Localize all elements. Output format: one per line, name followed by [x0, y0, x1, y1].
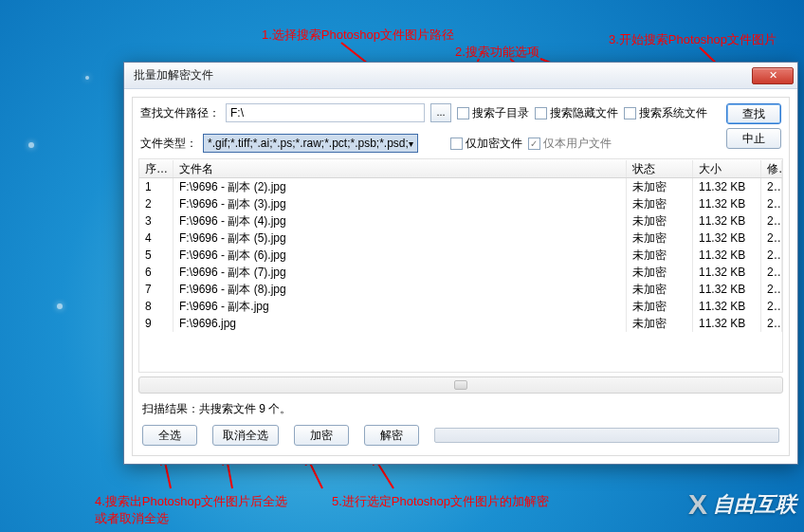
annotation-4-line1: 4.搜索出Photoshop文件图片后全选: [95, 493, 287, 510]
deselect-all-button[interactable]: 取消全选: [212, 425, 279, 446]
table-row[interactable]: 6F:\9696 - 副本 (7).jpg未加密11.32 KB20: [139, 264, 782, 281]
select-all-button[interactable]: 全选: [142, 425, 197, 446]
path-input[interactable]: [226, 103, 425, 122]
dialog-window: 批量加解密文件 ✕ 查找文件路径： ... 搜索子目录 搜索隐藏文件 搜索系统文…: [123, 62, 798, 465]
type-label: 文件类型：: [140, 136, 197, 152]
checkbox-encrypted-only[interactable]: 仅加密文件: [450, 136, 522, 152]
progress-bar: [434, 428, 779, 443]
table-row[interactable]: 4F:\9696 - 副本 (5).jpg未加密11.32 KB20: [139, 229, 782, 247]
chevron-down-icon: ▾: [409, 138, 413, 149]
checkbox-search-subdir[interactable]: 搜索子目录: [457, 105, 529, 121]
window-title: 批量加解密文件: [134, 67, 752, 83]
annotation-1: 1.选择搜索Photoshop文件图片路径: [262, 27, 454, 44]
checkbox-user-only[interactable]: ✓仅本用户文件: [528, 136, 612, 152]
table-row[interactable]: 5F:\9696 - 副本 (6).jpg未加密11.32 KB20: [139, 247, 782, 264]
checkbox-search-system[interactable]: 搜索系统文件: [624, 105, 707, 121]
path-label: 查找文件路径：: [140, 105, 220, 121]
file-type-select[interactable]: *.gif;*.tiff;*.ai;*.ps;*.raw;*.pct;*.psb…: [203, 134, 418, 153]
table-row[interactable]: 1F:\9696 - 副本 (2).jpg未加密11.32 KB20: [139, 178, 782, 195]
col-size[interactable]: 大小: [693, 160, 761, 177]
horizontal-scrollbar[interactable]: [138, 376, 783, 394]
browse-button[interactable]: ...: [430, 103, 451, 122]
table-row[interactable]: 9F:\9696.jpg未加密11.32 KB20: [139, 315, 782, 332]
checkbox-search-hidden[interactable]: 搜索隐藏文件: [535, 105, 618, 121]
annotation-5: 5.进行选定Photoshop文件图片的加解密: [332, 493, 549, 510]
annotation-4-line2: 或者取消全选: [95, 510, 169, 527]
titlebar[interactable]: 批量加解密文件 ✕: [124, 63, 797, 89]
table-row[interactable]: 8F:\9696 - 副本.jpg未加密11.32 KB20: [139, 298, 782, 315]
close-button[interactable]: ✕: [752, 67, 794, 84]
col-filename[interactable]: 文件名: [174, 160, 627, 177]
col-modified[interactable]: 修: [761, 160, 782, 177]
table-row[interactable]: 7F:\9696 - 副本 (8).jpg未加密11.32 KB20: [139, 281, 782, 298]
watermark-x-icon: X: [688, 488, 707, 521]
encrypt-button[interactable]: 加密: [294, 425, 349, 446]
search-button[interactable]: 查找: [726, 103, 781, 124]
watermark: X 自由互联: [688, 488, 796, 521]
table-row[interactable]: 3F:\9696 - 副本 (4).jpg未加密11.32 KB20: [139, 212, 782, 229]
col-index[interactable]: 序号: [139, 160, 174, 177]
annotation-2: 2.搜索功能选项: [455, 44, 539, 61]
col-status[interactable]: 状态: [627, 160, 693, 177]
stop-button[interactable]: 中止: [726, 128, 781, 149]
scan-result-text: 扫描结果：共搜索文件 9 个。: [133, 395, 789, 419]
results-table: 序号 文件名 状态 大小 修 1F:\9696 - 副本 (2).jpg未加密1…: [138, 158, 783, 373]
annotation-3: 3.开始搜索Photoshop文件图片: [609, 31, 777, 48]
decrypt-button[interactable]: 解密: [364, 425, 419, 446]
table-row[interactable]: 2F:\9696 - 副本 (3).jpg未加密11.32 KB20: [139, 195, 782, 212]
